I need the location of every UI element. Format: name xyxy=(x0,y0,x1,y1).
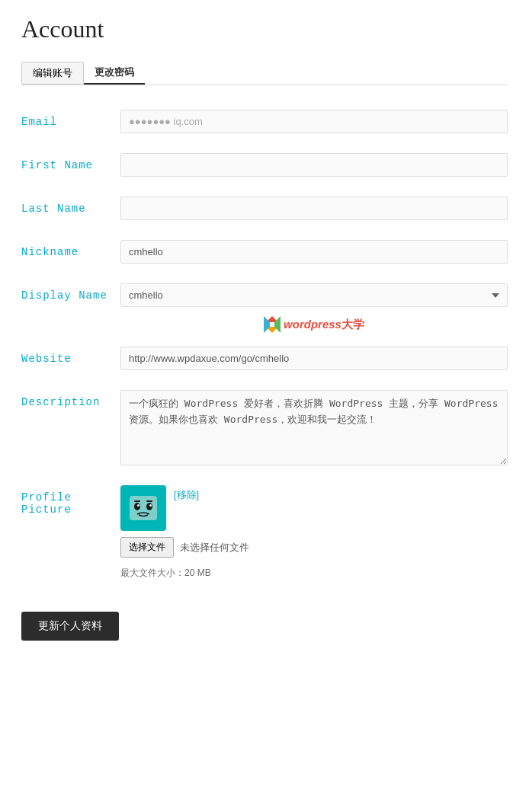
svg-point-7 xyxy=(134,503,140,510)
website-input[interactable] xyxy=(120,347,508,370)
remove-picture-link[interactable]: [移除] xyxy=(174,485,199,502)
firstname-row: First Name xyxy=(21,150,508,177)
email-row: Email xyxy=(21,107,508,133)
page-title: Account xyxy=(21,15,508,43)
avatar xyxy=(120,485,166,531)
nickname-row: Nickname xyxy=(21,237,508,264)
profile-picture-section: [移除] 选择文件 未选择任何文件 最大文件大小：20 MB xyxy=(120,485,249,580)
svg-rect-11 xyxy=(134,500,140,502)
svg-rect-12 xyxy=(146,500,152,502)
avatar-image xyxy=(122,487,165,529)
tab-edit-account[interactable]: 编辑账号 xyxy=(21,62,84,85)
file-input-row: 选择文件 未选择任何文件 xyxy=(120,537,249,558)
nickname-label: Nickname xyxy=(21,240,120,258)
svg-point-8 xyxy=(146,503,152,510)
displayname-row: Display Name cmhello xyxy=(21,280,508,307)
lastname-row: Last Name xyxy=(21,193,508,220)
description-row: Description 一个疯狂的 WordPress 爱好者，喜欢折腾 Wor… xyxy=(21,387,508,465)
website-label: Website xyxy=(21,347,120,365)
max-file-size-text: 最大文件大小：20 MB xyxy=(120,567,249,580)
wordpress-x-icon xyxy=(264,316,281,333)
tabs-row: 编辑账号 更改密码 xyxy=(21,62,508,85)
svg-point-9 xyxy=(137,504,139,507)
wpdaxue-text: wordpress大学 xyxy=(284,318,364,332)
description-label: Description xyxy=(21,390,120,408)
firstname-input[interactable] xyxy=(120,153,508,177)
displayname-label: Display Name xyxy=(21,283,120,302)
lastname-input[interactable] xyxy=(120,197,508,220)
svg-rect-4 xyxy=(270,322,274,327)
email-input[interactable] xyxy=(120,110,508,133)
profile-pic-row: [移除] xyxy=(120,485,249,531)
tab-change-password[interactable]: 更改密码 xyxy=(84,62,145,85)
displayname-select[interactable]: cmhello xyxy=(120,283,508,307)
svg-point-10 xyxy=(149,504,152,507)
profile-picture-row: Profile Picture xyxy=(21,482,508,580)
submit-button[interactable]: 更新个人资料 xyxy=(21,612,119,641)
description-textarea[interactable]: 一个疯狂的 WordPress 爱好者，喜欢折腾 WordPress 主题，分享… xyxy=(120,390,508,465)
lastname-label: Last Name xyxy=(21,197,120,215)
website-row: Website xyxy=(21,344,508,370)
file-choose-button[interactable]: 选择文件 xyxy=(120,537,174,558)
file-none-label: 未选择任何文件 xyxy=(180,541,249,555)
nickname-input[interactable] xyxy=(120,240,508,264)
email-label: Email xyxy=(21,110,120,128)
wpdaxue-badge: wordpress大学 xyxy=(120,316,508,336)
profile-picture-label: Profile Picture xyxy=(21,485,120,516)
firstname-label: First Name xyxy=(21,153,120,171)
